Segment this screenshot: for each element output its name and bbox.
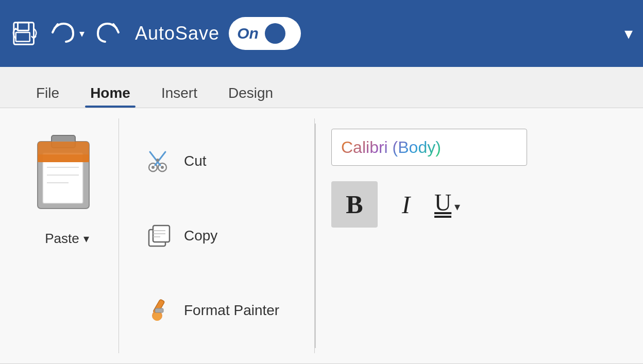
svg-point-13 bbox=[151, 166, 155, 169]
formatting-row: B I U ▾ bbox=[331, 181, 527, 228]
svg-rect-26 bbox=[155, 308, 163, 313]
font-family-name: Calibri (Body) bbox=[341, 138, 441, 157]
svg-rect-1 bbox=[18, 23, 29, 30]
tab-home[interactable]: Home bbox=[75, 79, 146, 108]
underline-button[interactable]: U ▾ bbox=[434, 191, 460, 218]
ribbon-collapse-button[interactable]: ▾ bbox=[624, 24, 633, 43]
tab-design[interactable]: Design bbox=[213, 79, 289, 108]
svg-point-17 bbox=[156, 159, 159, 162]
font-family-dropdown[interactable]: Calibri (Body) bbox=[331, 129, 527, 166]
paste-label: Paste bbox=[45, 231, 79, 247]
svg-point-25 bbox=[153, 313, 161, 321]
svg-rect-7 bbox=[38, 154, 89, 162]
paste-button[interactable] bbox=[26, 124, 108, 227]
underline-label: U bbox=[434, 191, 451, 218]
copy-label: Copy bbox=[184, 228, 217, 244]
clipboard-section: Paste ▾ bbox=[15, 118, 119, 353]
tab-file[interactable]: File bbox=[21, 79, 75, 108]
svg-rect-2 bbox=[16, 32, 30, 41]
copy-button[interactable]: Copy bbox=[140, 217, 294, 254]
paste-dropdown-arrow[interactable]: ▾ bbox=[83, 232, 89, 246]
format-painter-icon bbox=[145, 296, 174, 325]
redo-button[interactable] bbox=[94, 19, 121, 48]
format-painter-button[interactable]: Format Painter bbox=[140, 292, 294, 329]
cut-button[interactable]: Cut bbox=[140, 143, 294, 180]
underline-dropdown-arrow[interactable]: ▾ bbox=[454, 200, 460, 214]
paste-label-area[interactable]: Paste ▾ bbox=[45, 231, 89, 247]
cut-icon bbox=[145, 147, 174, 176]
bold-button[interactable]: B bbox=[331, 181, 378, 228]
copy-icon bbox=[145, 221, 174, 250]
undo-dropdown-arrow[interactable]: ▾ bbox=[79, 27, 84, 40]
font-section: Calibri (Body) B I U ▾ bbox=[316, 118, 543, 353]
quick-save-icon[interactable] bbox=[10, 18, 41, 49]
ribbon-content: Paste ▾ Cut bbox=[0, 108, 643, 364]
undo-icon bbox=[50, 19, 77, 48]
italic-button[interactable]: I bbox=[388, 181, 424, 228]
redo-icon bbox=[94, 19, 121, 48]
toggle-circle bbox=[265, 23, 285, 44]
title-bar: ▾ AutoSave On ▾ bbox=[0, 0, 643, 67]
ribbon-tabs: File Home Insert Design bbox=[0, 67, 643, 108]
cut-label: Cut bbox=[184, 153, 207, 169]
tab-insert[interactable]: Insert bbox=[146, 79, 213, 108]
autosave-label: AutoSave bbox=[135, 23, 219, 44]
undo-button[interactable]: ▾ bbox=[50, 19, 84, 48]
autosave-toggle[interactable]: On bbox=[229, 17, 301, 50]
autosave-toggle-state: On bbox=[237, 25, 259, 42]
edit-section: Cut Copy bbox=[119, 118, 315, 353]
format-painter-label: Format Painter bbox=[184, 302, 279, 319]
svg-point-14 bbox=[161, 166, 164, 169]
